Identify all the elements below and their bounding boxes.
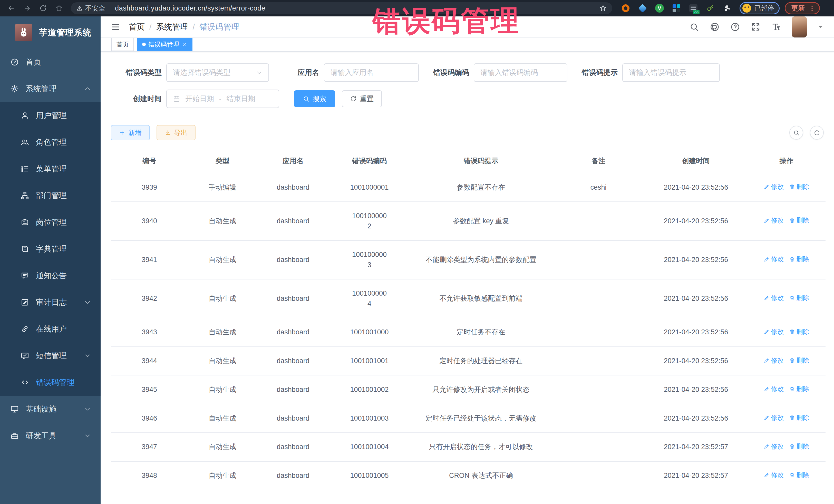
edit-link[interactable]: 修改 [764, 182, 784, 192]
extension-gem-icon[interactable] [638, 4, 647, 13]
cell-actions: 修改删除 [747, 318, 826, 347]
edit-link[interactable]: 修改 [764, 384, 784, 394]
sidebar-item-dept[interactable]: 部门管理 [0, 182, 101, 209]
sidebar-item-error-code[interactable]: 错误码管理 [0, 369, 101, 396]
browser-update-button[interactable]: 更新 [785, 2, 820, 14]
sidebar-item-audit-log[interactable]: 审计日志 [0, 289, 101, 316]
edit-link-label: 修改 [771, 254, 784, 264]
extension-tabs-on-icon[interactable]: on [689, 4, 698, 13]
delete-link[interactable]: 删除 [789, 413, 809, 423]
github-icon[interactable] [710, 22, 720, 32]
delete-link[interactable]: 删除 [789, 327, 809, 337]
extension-orange-icon[interactable] [621, 4, 630, 13]
sidebar-item-online-user[interactable]: 在线用户 [0, 316, 101, 342]
reset-button[interactable]: 重置 [342, 90, 382, 107]
cell-actions: 修改删除 [747, 404, 826, 433]
extension-key-icon[interactable] [706, 4, 715, 13]
sidebar-item-notice[interactable]: 通知公告 [0, 262, 101, 289]
delete-link[interactable]: 删除 [789, 254, 809, 264]
browser-home-icon[interactable] [54, 4, 64, 13]
sidebar-item-system[interactable]: 系统管理 [0, 75, 101, 102]
delete-link[interactable]: 删除 [789, 384, 809, 394]
sidebar-logo[interactable]: 芋道管理系统 [0, 17, 101, 49]
edit-link[interactable]: 修改 [764, 216, 784, 225]
extensions-puzzle-icon[interactable] [723, 4, 732, 13]
header-search-icon[interactable] [689, 22, 699, 32]
table-row: 3948自动生成dashboard1001001005CRON 表达式不正确20… [111, 461, 826, 490]
sidebar-toggle-icon[interactable] [111, 22, 120, 32]
add-button[interactable]: 新增 [111, 125, 150, 140]
delete-link[interactable]: 删除 [789, 356, 809, 366]
cell-time: 2021-04-20 23:52:56 [644, 347, 747, 375]
bookmark-star-icon[interactable] [599, 5, 607, 12]
gear-icon [10, 84, 19, 93]
reset-refresh-icon [350, 95, 357, 102]
browser-reload-icon[interactable] [39, 4, 48, 13]
delete-link[interactable]: 删除 [789, 470, 809, 480]
table-header-row: 编号类型应用名错误码编码错误码提示备注创建时间操作 [111, 149, 826, 173]
cell-message: 只有开启状态的任务，才可以修改 [410, 433, 552, 461]
edit-link[interactable]: 修改 [764, 356, 784, 366]
sidebar-item-post[interactable]: 岗位管理 [0, 209, 101, 236]
tab-close-icon[interactable] [182, 42, 187, 47]
tab-home[interactable]: 首页 [111, 38, 134, 51]
error-type-select[interactable]: 请选择错误码类型 [166, 63, 269, 82]
sidebar-item-infra[interactable]: 基础设施 [0, 396, 101, 422]
filter-type-label: 错误码类型 [111, 68, 166, 78]
app-name-input[interactable]: 请输入应用名 [324, 63, 419, 82]
cell-remark [552, 318, 644, 347]
sidebar-item-label: 用户管理 [36, 110, 67, 121]
toggle-search-circle-button[interactable] [789, 126, 803, 139]
edit-pen-icon [764, 443, 770, 450]
sidebar-item-user[interactable]: 用户管理 [0, 102, 101, 129]
edit-link[interactable]: 修改 [764, 327, 784, 337]
tab-error-code[interactable]: 错误码管理 [137, 38, 193, 51]
extension-green-v-icon[interactable]: V [655, 4, 664, 13]
font-size-icon[interactable] [771, 22, 781, 32]
delete-link[interactable]: 删除 [789, 293, 809, 303]
cell-message: 只允许修改为开启或者关闭状态 [410, 375, 552, 404]
edit-link[interactable]: 修改 [764, 470, 784, 480]
error-code-input[interactable]: 请输入错误码编码 [474, 63, 567, 82]
edit-pen-icon [764, 184, 770, 190]
refresh-circle-button[interactable] [810, 126, 824, 139]
browser-back-icon[interactable] [7, 4, 16, 13]
breadcrumb-system[interactable]: 系统管理 [156, 22, 188, 32]
not-secure-label[interactable]: 不安全 [85, 4, 105, 13]
delete-link[interactable]: 删除 [789, 442, 809, 452]
delete-link[interactable]: 删除 [789, 216, 809, 225]
error-msg-input[interactable]: 请输入错误码提示 [622, 63, 720, 82]
url-text[interactable]: dashboard.yudao.iocoder.cn/system/error-… [115, 4, 265, 12]
sidebar-item-menu[interactable]: 菜单管理 [0, 155, 101, 182]
user-avatar[interactable] [792, 17, 807, 38]
edit-link-label: 修改 [771, 293, 784, 303]
sidebar-item-dict[interactable]: 字典管理 [0, 236, 101, 262]
edit-link[interactable]: 修改 [764, 293, 784, 303]
extension-grid-icon[interactable] [672, 4, 681, 13]
browser-profile-chip[interactable]: 已暂停 [740, 2, 780, 14]
export-button[interactable]: 导出 [156, 125, 196, 140]
trash-icon [789, 415, 795, 421]
sidebar-item-home[interactable]: 首页 [0, 49, 101, 75]
breadcrumb-home[interactable]: 首页 [129, 22, 145, 32]
search-button[interactable]: 搜索 [294, 90, 335, 107]
edit-link[interactable]: 修改 [764, 254, 784, 264]
user-icon [21, 111, 29, 120]
chevron-down-icon [84, 406, 91, 412]
sidebar-item-sms[interactable]: 短信管理 [0, 342, 101, 369]
help-icon[interactable] [730, 22, 740, 32]
edit-link[interactable]: 修改 [764, 413, 784, 423]
edit-link[interactable]: 修改 [764, 442, 784, 452]
edit-link-label: 修改 [771, 356, 784, 366]
date-range-picker[interactable]: 开始日期 - 结束日期 [166, 90, 279, 108]
delete-link[interactable]: 删除 [789, 182, 809, 192]
browser-menu-kebab-icon[interactable] [809, 5, 815, 12]
cell-actions: 修改删除 [747, 433, 826, 461]
sidebar-item-devtools[interactable]: 研发工具 [0, 422, 101, 449]
fullscreen-icon[interactable] [751, 22, 761, 32]
avatar-caret-down-icon[interactable] [817, 24, 824, 30]
cell-type: 自动生成 [188, 240, 257, 279]
address-bar[interactable]: 不安全 dashboard.yudao.iocoder.cn/system/er… [71, 2, 612, 14]
browser-forward-icon[interactable] [23, 4, 32, 13]
sidebar-item-role[interactable]: 角色管理 [0, 129, 101, 155]
